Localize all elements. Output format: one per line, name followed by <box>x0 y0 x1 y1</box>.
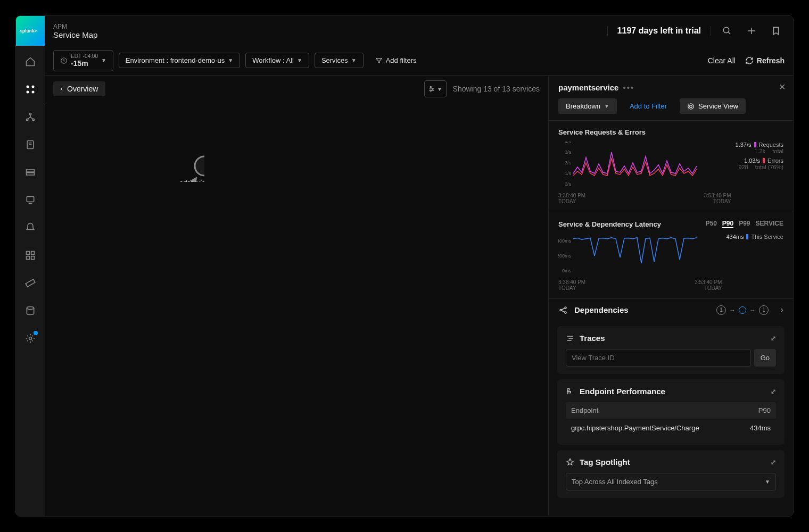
clear-all-button[interactable]: Clear All <box>704 54 740 67</box>
time-range-picker[interactable]: EDT -04:00-15m ▼ <box>53 50 113 71</box>
svg-rect-19 <box>27 252 30 255</box>
svg-line-106 <box>562 308 565 310</box>
trial-status: 1197 days left in trial <box>607 26 711 36</box>
svg-point-30 <box>430 86 431 87</box>
svg-line-107 <box>562 310 565 312</box>
search-icon[interactable] <box>719 22 736 39</box>
expand-icon[interactable]: ⤢ <box>771 459 776 466</box>
service-map-svg[interactable]: 4ms636ms3ms4.11s11ms1ms603ms10ms11ms434m… <box>45 102 204 182</box>
traces-icon <box>566 334 574 343</box>
filter-bar: EDT -04:00-15m ▼ Environment : frontend-… <box>45 46 793 76</box>
tag-spotlight-select[interactable]: Top Across All Indexed Tags ▼ <box>566 473 776 491</box>
expand-icon[interactable]: ⤢ <box>771 388 776 395</box>
showing-count: Showing 13 of 13 services <box>453 85 540 93</box>
svg-text:4/s: 4/s <box>565 142 572 144</box>
breadcrumb[interactable]: APM <box>53 23 97 30</box>
svg-rect-23 <box>26 279 35 287</box>
endpoint-performance-card: Endpoint Performance ⤢ EndpointP90 grpc.… <box>557 379 785 445</box>
app-header: splunk> APM Service Map 1197 days left i… <box>16 16 793 46</box>
svg-rect-17 <box>27 196 34 202</box>
svg-point-6 <box>32 86 35 88</box>
endpoint-icon <box>566 387 574 396</box>
svg-text:2/s: 2/s <box>565 160 572 165</box>
close-icon[interactable]: ✕ <box>779 82 786 92</box>
alerts-icon[interactable] <box>22 219 39 236</box>
environment-filter[interactable]: Environment : frontend-demo-us▼ <box>119 53 240 68</box>
service-view-button[interactable]: Service View <box>680 98 746 114</box>
svg-rect-15 <box>27 170 35 172</box>
requests-legend: 1.37/sRequests 1.2k total 1.03/sErrors 9… <box>736 142 783 204</box>
tag-spotlight-card: Tag Spotlight ⤢ Top Across All Indexed T… <box>557 450 785 498</box>
add-to-filter-button[interactable]: Add to Filter <box>622 98 674 114</box>
svg-point-103 <box>560 309 562 311</box>
svg-text:splunk>: splunk> <box>20 28 37 34</box>
svg-text:0ms: 0ms <box>562 268 572 273</box>
apm-icon[interactable] <box>22 81 39 98</box>
latency-chart[interactable]: 0ms200ms400ms <box>558 234 697 276</box>
splunk-logo[interactable]: splunk> <box>16 16 45 46</box>
traces-card: Traces ⤢ Go <box>557 326 785 374</box>
details-panel: paymentservice••• ✕ Breakdown▼ Add to Fi… <box>548 76 793 516</box>
latency-legend: 434msThis Service <box>726 234 783 291</box>
svg-point-25 <box>29 337 32 340</box>
svg-text:3/s: 3/s <box>565 149 572 155</box>
chevron-right-icon: › <box>780 304 783 315</box>
services-filter[interactable]: Services▼ <box>315 53 364 68</box>
svg-point-5 <box>27 86 29 88</box>
infra-icon[interactable] <box>22 164 39 181</box>
dashboards-icon[interactable] <box>22 247 39 264</box>
svg-rect-21 <box>27 256 30 260</box>
left-nav-rail <box>16 46 45 516</box>
workflow-filter[interactable]: Workflow : All▼ <box>245 53 309 68</box>
latency-title: Service & Dependency Latency <box>558 220 661 228</box>
svg-text:400ms: 400ms <box>558 238 571 244</box>
expand-icon[interactable]: ⤢ <box>771 335 776 342</box>
svg-point-32 <box>430 90 431 91</box>
svg-text:0/s: 0/s <box>565 181 572 187</box>
svg-point-105 <box>565 312 566 313</box>
refresh-button[interactable]: Refresh <box>745 56 785 65</box>
svg-rect-16 <box>27 173 35 175</box>
svg-point-9 <box>29 113 31 115</box>
overview-button[interactable]: ‹Overview <box>53 81 105 96</box>
logs-icon[interactable] <box>22 136 39 153</box>
svg-line-2 <box>728 32 730 34</box>
rum-icon[interactable] <box>22 192 39 209</box>
table-row[interactable]: grpc.hipstershop.PaymentService/Charge43… <box>566 419 776 437</box>
topology-icon[interactable] <box>22 109 39 126</box>
settings-icon[interactable] <box>22 330 39 347</box>
ruler-icon[interactable] <box>22 275 39 292</box>
service-map-canvas: ‹Overview ▼ Showing 13 of 13 services 4m… <box>45 76 548 516</box>
share-icon <box>558 305 568 315</box>
svg-point-94 <box>688 103 694 109</box>
svg-point-11 <box>32 119 34 120</box>
svg-point-31 <box>432 88 433 89</box>
svg-point-93 <box>690 105 692 107</box>
go-button[interactable]: Go <box>754 349 776 367</box>
page-title: Service Map <box>53 30 97 39</box>
dependency-graph-icon: 1→→1 <box>716 305 769 315</box>
requests-errors-chart[interactable]: 0/s1/s2/s3/s4/s <box>558 142 697 189</box>
svg-point-8 <box>32 91 35 94</box>
svg-rect-20 <box>31 252 35 255</box>
bookmark-icon[interactable] <box>767 22 785 39</box>
dependencies-row[interactable]: Dependencies 1→→1 › <box>549 298 793 321</box>
svg-point-68 <box>195 156 204 176</box>
percentile-tabs[interactable]: P50P90P99SERVICE <box>705 220 783 228</box>
more-icon[interactable]: ••• <box>623 83 634 92</box>
svg-text:1/s: 1/s <box>565 171 572 176</box>
svg-text:6ms: 6ms <box>45 102 51 104</box>
add-filters-button[interactable]: Add filters <box>369 53 423 68</box>
tag-icon <box>566 458 574 467</box>
svg-rect-22 <box>31 256 35 260</box>
home-icon[interactable] <box>22 53 39 70</box>
map-settings-button[interactable]: ▼ <box>424 80 447 97</box>
requests-errors-title: Service Requests & Errors <box>558 128 783 136</box>
data-icon[interactable] <box>22 302 39 319</box>
selected-service-name: paymentservice <box>558 83 618 92</box>
svg-point-24 <box>27 307 34 310</box>
trace-id-input[interactable] <box>566 349 751 367</box>
plus-icon[interactable] <box>743 22 760 39</box>
svg-point-104 <box>565 307 566 309</box>
breakdown-button[interactable]: Breakdown▼ <box>558 98 617 114</box>
